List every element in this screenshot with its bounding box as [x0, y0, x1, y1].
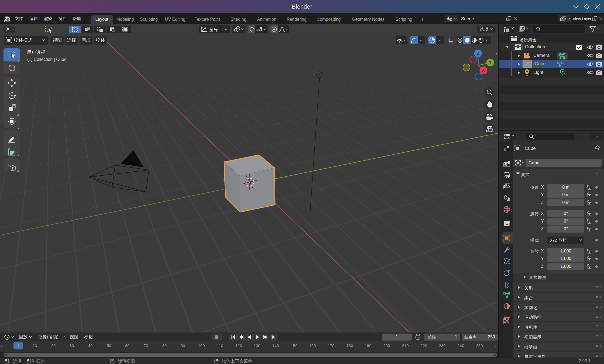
svg-text:Z: Z — [477, 51, 479, 56]
svg-text:Y: Y — [489, 60, 492, 65]
svg-text:X: X — [482, 68, 485, 73]
